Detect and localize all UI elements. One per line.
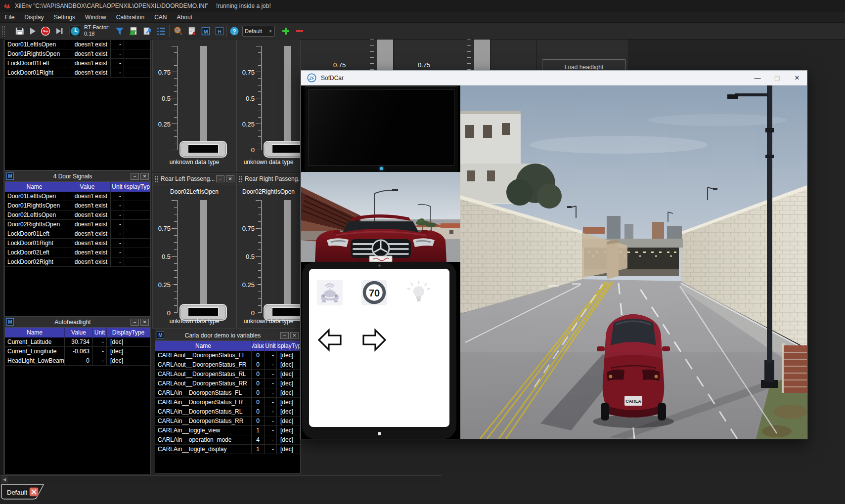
column-header[interactable]: Name <box>5 182 64 192</box>
realtime-clock-icon[interactable] <box>69 25 81 37</box>
app-titlebar: XilEnv "C:\VAPISANDBOX\CARLAOPENXIL\OPEN… <box>0 0 845 12</box>
slider-handle[interactable] <box>264 141 301 158</box>
table-row[interactable]: CARLAin__toggle_display1-[dec] <box>155 445 300 454</box>
table-row[interactable]: CARLAin__toggle_view1-[dec] <box>155 426 300 435</box>
table-row[interactable]: Door02RightIsOpendoesn't exist- <box>5 220 150 229</box>
minimize-button[interactable]: – <box>216 175 224 182</box>
table-row[interactable]: LockDoor01Rightdoesn't exist- <box>5 68 150 78</box>
column-header[interactable]: Unit <box>111 182 124 192</box>
open-script-button[interactable] <box>129 26 138 36</box>
menu-item-about[interactable]: About <box>172 13 197 22</box>
drag-handle-icon[interactable] <box>155 175 159 182</box>
table-row[interactable]: Current_Longitude-0.063-[dec] <box>5 347 150 356</box>
column-header[interactable]: Value <box>252 341 265 351</box>
home-button[interactable] <box>378 432 381 435</box>
maximize-button[interactable]: ▢ <box>767 71 787 85</box>
slider-handle[interactable] <box>179 141 227 158</box>
search-icon[interactable] <box>173 26 183 36</box>
help-button[interactable]: ? <box>229 26 239 36</box>
menu-item-file[interactable]: File <box>0 13 19 22</box>
list-button[interactable] <box>156 26 166 36</box>
close-icon[interactable]: ✕ <box>787 71 807 85</box>
table-row[interactable]: Door01RightIsOpendoesn't exist- <box>5 201 150 210</box>
toolbar-grip[interactable] <box>1 26 6 37</box>
menu-item-window[interactable]: Window <box>80 13 111 22</box>
headlight-bulb-icon[interactable] <box>406 280 432 305</box>
menu-item-calibration[interactable]: Calibration <box>111 13 149 22</box>
table-cell: CARLAin__operation_mode <box>155 435 252 444</box>
table-row[interactable]: Door01RightIsOpendoesn't exist- <box>5 49 150 59</box>
slider-caption: unknown data type <box>153 318 236 325</box>
sofdcar-titlebar[interactable]: ZF SofDCar — ▢ ✕ <box>301 71 807 85</box>
goto-button[interactable] <box>142 26 152 36</box>
table-row[interactable]: HeadLight_LowBeam0-[dec] <box>5 356 150 366</box>
column-header[interactable]: Name <box>155 341 252 351</box>
step-button[interactable] <box>54 26 64 36</box>
table-row[interactable]: CARLAout__DooropenStatus_RL0-[dec] <box>155 370 300 379</box>
column-header[interactable]: Unit <box>93 328 107 337</box>
play-button[interactable] <box>28 26 38 36</box>
door-signals-panel: M 4 Door Signals – ✕ NameValueUnitDispla… <box>4 170 151 316</box>
table-row[interactable]: Door01LeftIsOpendoesn't exist- <box>5 192 150 201</box>
hex-window-button[interactable]: H <box>215 26 224 36</box>
column-header[interactable]: Value <box>64 182 111 192</box>
filter-button[interactable] <box>115 26 125 36</box>
speed-limit-70-sign[interactable]: 70 <box>361 280 387 305</box>
table-row[interactable]: CARLAin__DooropenStatus_FR0-[dec] <box>155 398 300 407</box>
table-row[interactable]: CARLAin__DooropenStatus_RL0-[dec] <box>155 407 300 417</box>
table-row[interactable]: Current_Latitude30.734-[dec] <box>5 337 150 347</box>
scroll-left-arrow[interactable]: ◀ <box>1 476 8 483</box>
menu-item-can[interactable]: CAN <box>149 13 172 22</box>
minimize-button[interactable]: – <box>131 319 139 326</box>
table-row[interactable]: CARLAin__DooropenStatus_FL0-[dec] <box>155 388 300 398</box>
profile-dropdown[interactable]: Default ▼ <box>242 26 275 37</box>
table-row[interactable]: CARLAout__DooropenStatus_FL0-[dec] <box>155 351 300 360</box>
column-header[interactable]: Name <box>5 328 65 337</box>
add-button[interactable] <box>281 26 291 36</box>
horizontal-scrollbar[interactable]: ◀ <box>0 475 442 483</box>
column-header[interactable]: DisplayType <box>277 341 300 351</box>
minimize-button[interactable]: – <box>280 332 289 339</box>
measurement-window-button[interactable]: M <box>201 26 211 36</box>
table-row[interactable]: LockDoor02Rightdoesn't exist- <box>5 257 150 267</box>
door-open-left-arrow[interactable] <box>317 327 343 353</box>
minimize-button[interactable]: – <box>131 173 139 180</box>
error-log-button[interactable] <box>187 26 197 36</box>
column-header[interactable]: DisplayType <box>124 182 150 192</box>
table-row[interactable]: CARLAin__DooropenStatus_RR0-[dec] <box>155 417 300 426</box>
close-icon[interactable]: ✕ <box>290 332 299 339</box>
stop-button[interactable]: Stop <box>41 26 50 36</box>
connected-car-icon[interactable] <box>317 280 343 305</box>
table-cell: [dec] <box>107 356 150 365</box>
tablet-hmi: 70 <box>302 262 456 439</box>
table-cell: - <box>111 239 124 248</box>
table-row[interactable]: Door01LeftIsOpendoesn't exist- <box>5 40 150 49</box>
table-row[interactable]: LockDoor01Leftdoesn't exist- <box>5 59 150 68</box>
table-row[interactable]: LockDoor02Leftdoesn't exist- <box>5 248 150 257</box>
table-row[interactable]: LockDoor01Leftdoesn't exist- <box>5 229 150 239</box>
save-button[interactable] <box>15 26 25 36</box>
sheet-tab-default[interactable]: Default <box>1 484 52 500</box>
slider-caption: unknown data type <box>237 159 300 166</box>
table-row[interactable]: CARLAout__DooropenStatus_FR0-[dec] <box>155 360 300 370</box>
remove-button[interactable] <box>295 26 305 36</box>
close-icon[interactable]: ✕ <box>140 319 149 326</box>
table-row[interactable]: CARLAin__operation_mode4-[dec] <box>155 435 300 445</box>
door-open-right-arrow[interactable] <box>361 327 387 353</box>
column-header[interactable]: Value <box>65 328 93 337</box>
tab-close-icon[interactable] <box>30 488 38 496</box>
left-splitter[interactable] <box>0 40 4 475</box>
close-icon[interactable]: ✕ <box>226 175 234 182</box>
column-header[interactable]: Unit <box>265 341 277 351</box>
table-row[interactable]: LockDoor01Rightdoesn't exist- <box>5 239 150 248</box>
drag-handle-icon[interactable] <box>239 175 243 182</box>
table-cell: - <box>111 248 124 257</box>
background-panels-strip: 0.75 0.75 Load headlight <box>301 40 628 70</box>
table-row[interactable]: CARLAout__DooropenStatus_RR0-[dec] <box>155 379 300 388</box>
close-icon[interactable]: ✕ <box>140 173 149 180</box>
menu-item-display[interactable]: Display <box>19 13 48 22</box>
minimize-button[interactable]: — <box>748 71 767 85</box>
table-row[interactable]: Door02LeftIsOpendoesn't exist- <box>5 210 150 220</box>
column-header[interactable]: DisplayType <box>107 328 150 337</box>
menu-item-settings[interactable]: Settings <box>49 13 80 22</box>
